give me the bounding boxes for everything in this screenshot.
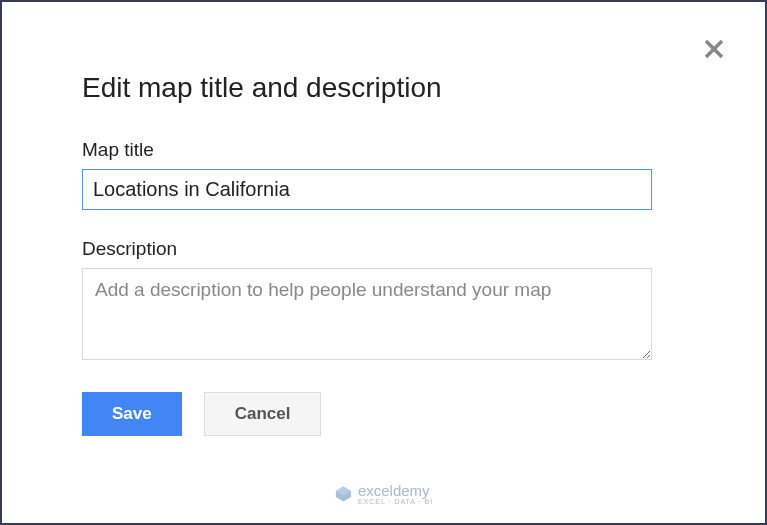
- close-icon[interactable]: [703, 37, 725, 65]
- description-textarea[interactable]: [82, 268, 652, 360]
- watermark: exceldemy EXCEL · DATA · BI: [334, 483, 433, 505]
- watermark-sub: EXCEL · DATA · BI: [358, 498, 433, 505]
- dialog-title: Edit map title and description: [82, 72, 685, 104]
- edit-map-dialog: Edit map title and description Map title…: [2, 2, 765, 466]
- watermark-icon: [334, 485, 352, 503]
- watermark-brand: exceldemy: [358, 483, 433, 498]
- map-title-label: Map title: [82, 139, 685, 161]
- save-button[interactable]: Save: [82, 392, 182, 436]
- description-label: Description: [82, 238, 685, 260]
- button-row: Save Cancel: [82, 392, 685, 436]
- map-title-input[interactable]: [82, 169, 652, 210]
- cancel-button[interactable]: Cancel: [204, 392, 322, 436]
